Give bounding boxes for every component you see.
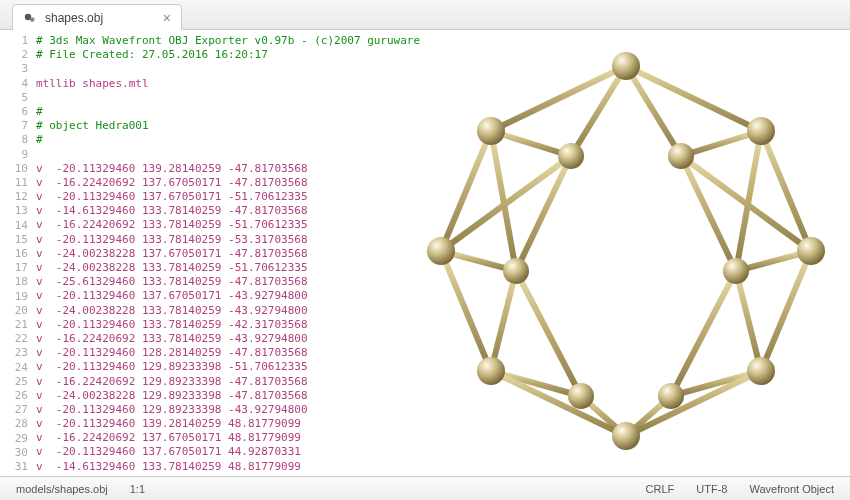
tab-shapes-obj[interactable]: shapes.obj × (12, 4, 182, 30)
code-line[interactable]: v -20.11329460 139.28140259 48.81779099 (36, 417, 850, 431)
line-number: 26 (0, 389, 36, 403)
code-line[interactable]: mtllib shapes.mtl (36, 77, 850, 91)
tab-label: shapes.obj (45, 11, 103, 25)
code-line[interactable]: v -16.22420692 137.67050171 48.81779099 (36, 431, 850, 445)
code-line[interactable]: v -20.11329460 139.28140259 -47.81703568 (36, 162, 850, 176)
code-line[interactable]: v -24.00238228 133.78140259 -51.70612335 (36, 261, 850, 275)
line-number: 7 (0, 119, 36, 133)
code-line[interactable]: v -16.22420692 133.78140259 -43.92794800 (36, 332, 850, 346)
code-line[interactable]: v -16.22420692 129.89233398 -47.81703568 (36, 375, 850, 389)
line-number: 29 (0, 432, 36, 446)
code-line[interactable] (36, 91, 850, 105)
line-number: 12 (0, 190, 36, 204)
code-line[interactable]: # 3ds Max Wavefront OBJ Exporter v0.97b … (36, 34, 850, 48)
line-number: 25 (0, 375, 36, 389)
line-number: 3 (0, 62, 36, 76)
close-icon[interactable]: × (163, 11, 171, 25)
line-number: 17 (0, 261, 36, 275)
code-line[interactable]: v -14.61329460 133.78140259 -47.81703568 (36, 204, 850, 218)
status-path: models/shapes.obj (10, 483, 114, 495)
code-line[interactable]: v -20.11329460 128.28140259 -47.81703568 (36, 346, 850, 360)
code-line[interactable]: v -24.00238228 137.67050171 -47.81703568 (36, 247, 850, 261)
code-line[interactable]: v -25.61329460 133.78140259 -47.81703568 (36, 275, 850, 289)
line-number: 4 (0, 77, 36, 91)
code-line[interactable]: v -16.22420692 133.78140259 -51.70612335 (36, 218, 850, 232)
line-number: 6 (0, 105, 36, 119)
line-number: 28 (0, 417, 36, 431)
line-number: 18 (0, 275, 36, 289)
code-line[interactable]: # object Hedra001 (36, 119, 850, 133)
code-line[interactable]: # File Created: 27.05.2016 16:20:17 (36, 48, 850, 62)
line-number: 2 (0, 48, 36, 62)
line-number: 15 (0, 233, 36, 247)
code-line[interactable] (36, 62, 850, 76)
line-number: 14 (0, 219, 36, 233)
code-line[interactable]: v -16.22420692 133.78140259 44.92870331 (36, 474, 850, 476)
code-line[interactable]: v -20.11329460 129.89233398 -51.70612335 (36, 360, 850, 374)
line-number: 16 (0, 247, 36, 261)
code-line[interactable]: v -24.00238228 129.89233398 -47.81703568 (36, 389, 850, 403)
line-number: 8 (0, 133, 36, 147)
line-number: 13 (0, 204, 36, 218)
code-line[interactable]: v -20.11329460 137.67050171 44.92870331 (36, 445, 850, 459)
line-number: 9 (0, 148, 36, 162)
line-number: 19 (0, 290, 36, 304)
code-line[interactable]: v -20.11329460 137.67050171 -43.92794800 (36, 289, 850, 303)
code-line[interactable]: v -14.61329460 133.78140259 48.81779099 (36, 460, 850, 474)
status-cursor: 1:1 (124, 483, 151, 495)
line-number: 30 (0, 446, 36, 460)
code-line[interactable]: # (36, 105, 850, 119)
line-number: 23 (0, 346, 36, 360)
code-line[interactable]: v -20.11329460 133.78140259 -53.31703568 (36, 233, 850, 247)
code-area[interactable]: # 3ds Max Wavefront OBJ Exporter v0.97b … (36, 30, 850, 476)
svg-point-1 (30, 17, 35, 22)
code-line[interactable]: v -16.22420692 137.67050171 -47.81703568 (36, 176, 850, 190)
line-number: 22 (0, 332, 36, 346)
code-line[interactable]: v -20.11329460 133.78140259 -42.31703568 (36, 318, 850, 332)
line-number: 1 (0, 34, 36, 48)
line-number: 27 (0, 403, 36, 417)
editor[interactable]: 1234567891011121314151617181920212223242… (0, 30, 850, 476)
line-number: 32 (0, 474, 36, 476)
code-line[interactable]: v -20.11329460 129.89233398 -43.92794800 (36, 403, 850, 417)
line-number: 21 (0, 318, 36, 332)
status-bar: models/shapes.obj 1:1 CRLF UTF-8 Wavefro… (0, 476, 850, 500)
code-line[interactable]: v -24.00238228 133.78140259 -43.92794800 (36, 304, 850, 318)
line-number: 24 (0, 361, 36, 375)
status-encoding[interactable]: UTF-8 (690, 483, 733, 495)
line-number: 11 (0, 176, 36, 190)
code-line[interactable]: # (36, 133, 850, 147)
file-icon (23, 11, 37, 25)
line-number-gutter: 1234567891011121314151617181920212223242… (0, 30, 36, 476)
line-number: 10 (0, 162, 36, 176)
status-eol[interactable]: CRLF (640, 483, 681, 495)
line-number: 20 (0, 304, 36, 318)
code-line[interactable]: v -20.11329460 137.67050171 -51.70612335 (36, 190, 850, 204)
line-number: 5 (0, 91, 36, 105)
line-number: 31 (0, 460, 36, 474)
status-filetype[interactable]: Wavefront Object (743, 483, 840, 495)
code-line[interactable] (36, 148, 850, 162)
tab-bar: shapes.obj × (0, 0, 850, 30)
